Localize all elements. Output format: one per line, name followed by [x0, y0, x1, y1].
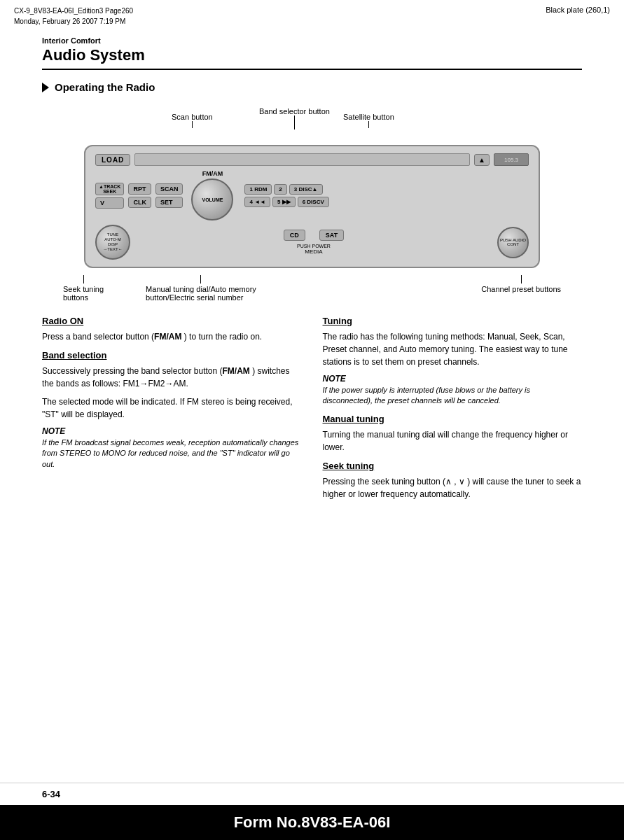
diagram-container: Band selector button Scan button Satelli…: [42, 107, 582, 302]
band-selection-heading: Band selection: [42, 350, 302, 360]
callout-satellite: Satellite button: [343, 113, 394, 128]
manual-tuning-para: Turning the manual tuning dial will chan…: [323, 428, 583, 454]
form-number: Form No.8V83-EA-06I: [0, 805, 624, 840]
radio-unit: LOAD ▲ 105.3 ▲TRACK SEEK V: [84, 145, 540, 268]
section-category: Interior Comfort: [42, 36, 582, 45]
subsection-heading: Operating the Radio: [42, 81, 582, 93]
volume-knob: VOLUME: [191, 178, 233, 220]
header-date-info: Monday, February 26 2007 7:19 PM: [14, 16, 133, 27]
fm-am-label: FM/AM: [202, 170, 223, 177]
cd-sat-media-area: CD SAT PUSH POWER MEDIA: [134, 230, 493, 255]
preset-3disc-button: 3 DISC▲: [289, 184, 323, 195]
radio-middle: ▲TRACK SEEK V RPT CLK SCAN SET: [95, 170, 529, 220]
radio-bottom: TUNE AUTO-M DISP →TEXT← CD SAT: [95, 225, 529, 260]
display-box: 105.3: [494, 153, 529, 166]
left-buttons: ▲TRACK SEEK V: [95, 183, 124, 209]
preset-6discv-button: 6 DISCV: [298, 197, 329, 207]
header-left: CX-9_8V83-EA-06I_Edition3 Page260 Monday…: [14, 6, 133, 27]
volume-label: VOLUME: [202, 197, 223, 202]
radio-unit-wrapper: LOAD ▲ 105.3 ▲TRACK SEEK V: [56, 145, 568, 268]
bottom-callouts: Seek tuning buttons Manual tuning dial/A…: [63, 275, 561, 302]
bottom-callouts-left: Seek tuning buttons Manual tuning dial/A…: [63, 275, 256, 302]
media-area: PUSH POWER MEDIA: [297, 244, 331, 255]
clk-button: CLK: [128, 197, 151, 208]
callout-seek: Seek tuning buttons: [63, 275, 104, 302]
preset-1rdm-button: 1 RDM: [244, 184, 272, 195]
left-note-heading: NOTE: [42, 426, 302, 436]
callout-manual: Manual tuning dial/Auto memory button/El…: [146, 275, 256, 302]
preset-row-1: 1 RDM 2 3 DISC▲: [244, 184, 328, 195]
main-content: Interior Comfort Audio System Operating …: [0, 29, 624, 520]
left-note-text: If the FM broadcast signal becomes weak,…: [42, 438, 302, 470]
preset-4-button: 4 ◄◄: [244, 197, 270, 207]
sat-button: SAT: [319, 230, 344, 241]
cd-button: CD: [284, 230, 305, 241]
rpt-scan-group: RPT CLK: [128, 183, 151, 208]
right-note-text: If the power supply is interrupted (fuse…: [323, 385, 583, 407]
seek-tuning-heading: Seek tuning: [323, 461, 583, 471]
radio-on-para: Press a band selector button (FM/AM ) to…: [42, 330, 302, 343]
rpt-button: RPT: [128, 183, 151, 195]
tuning-para: The radio has the following tuning metho…: [323, 330, 583, 368]
subsection-heading-text: Operating the Radio: [55, 81, 155, 93]
tune-text: TUNE AUTO-M DISP →TEXT←: [103, 232, 122, 253]
header-file-info: CX-9_8V83-EA-06I_Edition3 Page260: [14, 6, 133, 16]
media-label: MEDIA: [305, 248, 322, 255]
page-header: CX-9_8V83-EA-06I_Edition3 Page260 Monday…: [0, 0, 624, 29]
page-footer: 6-34 Form No.8V83-EA-06I: [0, 783, 624, 840]
tuning-heading: Tuning: [323, 316, 583, 326]
scan-button: SCAN: [155, 183, 183, 195]
audio-knob-area: PUSH AUDIO CONT: [497, 227, 529, 258]
audio-control-knob: PUSH AUDIO CONT: [497, 227, 529, 258]
disc-slot: [134, 153, 470, 166]
eject-button: ▲: [474, 154, 490, 166]
tune-dial: TUNE AUTO-M DISP →TEXT←: [95, 225, 130, 260]
track-seek-button: ▲TRACK SEEK: [95, 183, 124, 195]
band-selection-para2: The selected mode will be indicated. If …: [42, 396, 302, 421]
cd-sat-row: CD SAT: [284, 230, 344, 241]
preset-2-button: 2: [274, 184, 286, 195]
right-note-heading: NOTE: [323, 374, 583, 384]
page-number: 6-34: [0, 783, 624, 805]
preset-buttons-right: 1 RDM 2 3 DISC▲ 4 ◄◄ 5 ▶▶ 6 DISCV: [244, 184, 328, 207]
audio-cont-label: PUSH AUDIO CONT: [499, 238, 527, 246]
radio-on-heading: Radio ON: [42, 316, 302, 326]
preset-row-2: 4 ◄◄ 5 ▶▶ 6 DISCV: [244, 197, 328, 207]
callout-channel: Channel preset buttons: [481, 275, 561, 302]
radio-top-bar: LOAD ▲ 105.3: [95, 153, 529, 166]
preset-5-button: 5 ▶▶: [272, 197, 296, 207]
v-button: V: [95, 197, 124, 209]
band-selection-para1: Successively pressing the band selector …: [42, 365, 302, 390]
header-right: Black plate (260,1): [546, 6, 610, 14]
triangle-icon: [42, 83, 49, 92]
volume-knob-area: FM/AM VOLUME: [191, 170, 233, 220]
set-button: SET: [155, 197, 183, 208]
manual-tuning-heading: Manual tuning: [323, 414, 583, 424]
left-column: Radio ON Press a band selector button (F…: [42, 316, 302, 506]
load-button: LOAD: [95, 154, 130, 166]
push-power-label: PUSH POWER: [297, 244, 331, 248]
scan-set-group: SCAN SET: [155, 183, 183, 208]
callout-band-selector: Band selector button: [259, 107, 330, 130]
section-title: Audio System: [42, 46, 582, 70]
tune-dial-area: TUNE AUTO-M DISP →TEXT←: [95, 225, 130, 260]
two-column-content: Radio ON Press a band selector button (F…: [42, 316, 582, 506]
seek-tuning-para: Pressing the seek tuning button (∧ , ∨ )…: [323, 475, 583, 500]
callout-scan: Scan button: [172, 113, 213, 128]
right-column: Tuning The radio has the following tunin…: [323, 316, 583, 506]
